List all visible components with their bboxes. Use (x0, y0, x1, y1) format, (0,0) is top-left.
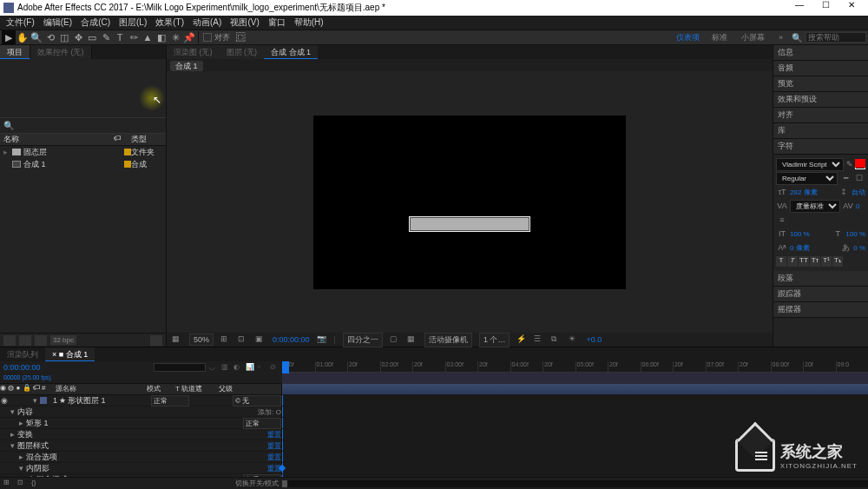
faux-italic-button[interactable]: T (787, 256, 798, 267)
twirl-icon[interactable]: ▾ (33, 396, 40, 405)
snap-opt-icon[interactable]: ⿴ (233, 30, 247, 44)
reset-exposure-icon[interactable]: ☀ (569, 334, 579, 345)
draft3d-icon[interactable]: ▫ (258, 363, 266, 372)
baseline-value[interactable]: 0 像素 (790, 243, 810, 253)
panel-info[interactable]: 信息 (773, 45, 868, 61)
fast-preview-icon[interactable]: ⚡ (516, 334, 527, 345)
no-stroke-icon[interactable]: ☐ (853, 172, 865, 184)
pan-behind-tool-icon[interactable]: ✥ (71, 30, 85, 44)
panel-paragraph[interactable]: 段落 (773, 271, 868, 287)
timeline-search-input[interactable] (154, 363, 206, 372)
time-ruler[interactable]: :00f01:00f20f02:00f20f03:00f20f04:00f20f… (282, 361, 868, 383)
current-time[interactable]: 0:00:00:00 (3, 363, 41, 372)
hand-tool-icon[interactable]: ✋ (16, 30, 30, 44)
toggle-switch-1-icon[interactable]: ⊞ (3, 479, 14, 489)
channel-icon[interactable]: ▣ (255, 334, 266, 345)
menu-effect[interactable]: 效果(T) (151, 17, 188, 29)
zoom-select[interactable]: 50% (189, 334, 214, 346)
project-item-comp[interactable]: 合成 1 合成 (0, 158, 166, 170)
interpret-footage-icon[interactable] (3, 335, 16, 346)
panel-audio[interactable]: 音频 (773, 61, 868, 76)
snap-icon[interactable]: ⊙ (270, 363, 279, 372)
prop-transform[interactable]: ▸变换 重置 (0, 429, 281, 440)
prop-rect[interactable]: ▸矩形 1 正常 (0, 418, 281, 429)
viewer-canvas[interactable] (167, 71, 773, 333)
project-search-input[interactable] (16, 119, 162, 132)
panel-wiggler[interactable]: 摇摆器 (773, 302, 868, 318)
preview-time[interactable]: 0:00:00:00 (273, 335, 310, 344)
panel-library[interactable]: 库 (773, 123, 868, 139)
scrollbar-thumb[interactable] (282, 480, 287, 487)
roto-tool-icon[interactable]: ✳ (168, 30, 182, 44)
label-swatch[interactable] (124, 149, 131, 155)
flowchart-icon[interactable]: ⧉ (551, 334, 562, 345)
panel-character[interactable]: 字符 (773, 139, 868, 155)
grid-icon[interactable]: ⊡ (238, 334, 248, 345)
puppet-tool-icon[interactable]: 📌 (182, 30, 196, 44)
graph-editor-icon[interactable]: 📊 (246, 363, 254, 372)
motion-blur-icon[interactable]: ◐ (233, 363, 242, 372)
zoom-tool-icon[interactable]: 🔍 (30, 30, 43, 44)
shape-tool-icon[interactable]: ▭ (85, 30, 99, 44)
view-layout-select[interactable]: 1 个… (479, 333, 510, 347)
col-name[interactable]: 名称 (0, 134, 114, 145)
camera-select[interactable]: 活动摄像机 (424, 333, 472, 347)
breadcrumb[interactable]: 合成 1 (170, 61, 203, 71)
snap-checkbox[interactable] (203, 33, 212, 42)
workspace-small[interactable]: 小屏幕 (736, 32, 770, 43)
orbit-tool-icon[interactable]: ⟲ (43, 30, 57, 44)
close-button[interactable]: ✕ (838, 0, 865, 16)
col-source-name[interactable]: 源名称 (54, 384, 132, 394)
stroke-width-icon[interactable]: ━ (839, 172, 852, 184)
selection-tool-icon[interactable]: ▶ (2, 30, 16, 44)
subscript-button[interactable]: T₁ (832, 256, 843, 267)
pen-tool-icon[interactable]: ✎ (99, 30, 113, 44)
superscript-button[interactable]: T¹ (821, 256, 832, 267)
workspace-more-icon[interactable]: » (773, 33, 788, 42)
vscale-value[interactable]: 100 % (790, 230, 810, 238)
menu-file[interactable]: 文件(F) (2, 17, 39, 29)
help-search-input[interactable] (806, 32, 866, 43)
eyedropper-icon[interactable]: ✎ (845, 158, 853, 170)
label-swatch[interactable] (124, 161, 131, 168)
color-swatch[interactable] (855, 159, 865, 169)
timeline-icon[interactable]: ☰ (534, 334, 544, 345)
menu-edit[interactable]: 编辑(E) (39, 17, 76, 29)
tab-project[interactable]: 项目 (0, 45, 30, 59)
maximize-button[interactable]: ☐ (812, 0, 838, 16)
tab-timeline-comp[interactable]: × ■ 合成 1 (45, 347, 95, 361)
timeline-scrollbar[interactable] (282, 480, 868, 487)
tab-footage[interactable]: 渲染图 (无) (167, 45, 220, 59)
tab-comp[interactable]: 合成 合成 1 (264, 45, 318, 59)
new-comp-icon[interactable] (35, 335, 47, 346)
layer-row[interactable]: ◉ ▾ 1 ★ 形状图层 1 正常 © 无 (0, 395, 281, 406)
timeline-tracks[interactable] (282, 384, 868, 477)
menu-layer[interactable]: 图层(L) (115, 17, 151, 29)
brush-tool-icon[interactable]: ✏ (127, 30, 141, 44)
new-folder-icon[interactable] (19, 335, 31, 346)
camera-tool-icon[interactable]: ◫ (57, 30, 71, 44)
smallcaps-button[interactable]: Tт (810, 256, 820, 267)
eraser-tool-icon[interactable]: ◧ (155, 30, 168, 44)
clone-tool-icon[interactable]: ▲ (141, 30, 155, 44)
font-size-value[interactable]: 282 像素 (790, 188, 818, 197)
shape-layer-preview[interactable] (409, 216, 530, 232)
safe-zones-icon[interactable]: ⊞ (220, 334, 231, 345)
exposure-value[interactable]: +0.0 (586, 335, 602, 344)
tab-layer[interactable]: 图层 (无) (220, 45, 265, 59)
bpc-button[interactable]: 32 bpc (50, 335, 76, 345)
leading-value[interactable]: 自动 (852, 188, 865, 197)
menu-composition[interactable]: 合成(C) (76, 17, 115, 29)
transparency-icon[interactable]: ▦ (407, 334, 418, 345)
label-swatch[interactable] (40, 397, 47, 404)
workspace-standard[interactable]: 标准 (707, 32, 733, 43)
toggle-switch-2-icon[interactable]: ⊡ (17, 479, 28, 489)
prop-layer-styles[interactable]: ▾图层样式 重置 (0, 440, 281, 452)
resolution-select[interactable]: 四分之一 (343, 333, 383, 347)
snapshot-icon[interactable]: 📷 (317, 334, 327, 345)
panel-preview[interactable]: 预览 (773, 76, 868, 92)
tsume-value[interactable]: 0 % (853, 244, 865, 252)
tab-render-queue[interactable]: 渲染队列 (0, 347, 45, 361)
tracking-value[interactable]: 0 (856, 202, 859, 210)
faux-bold-button[interactable]: T (776, 256, 786, 267)
